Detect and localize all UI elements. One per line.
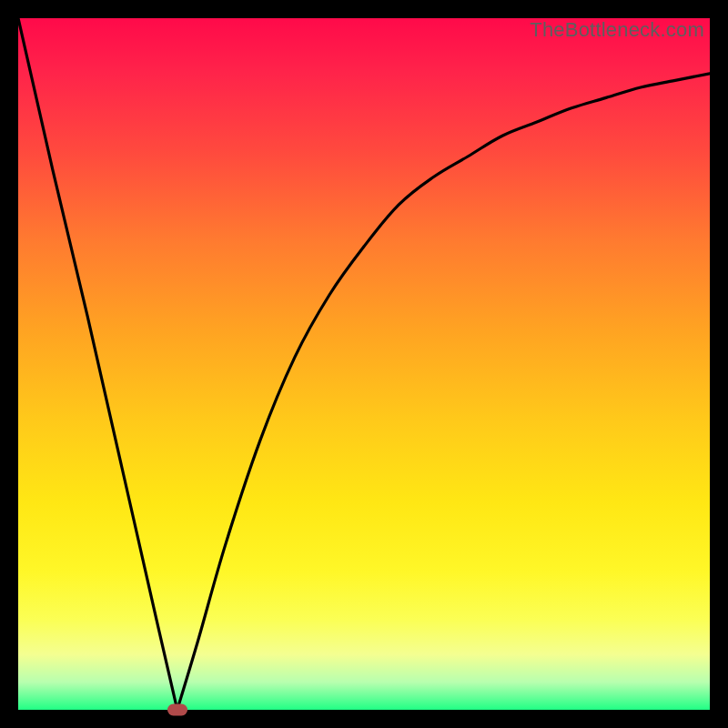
optimal-point-marker [167, 704, 187, 716]
bottleneck-curve [18, 18, 710, 710]
chart-plot-area: TheBottleneck.com [18, 18, 710, 710]
